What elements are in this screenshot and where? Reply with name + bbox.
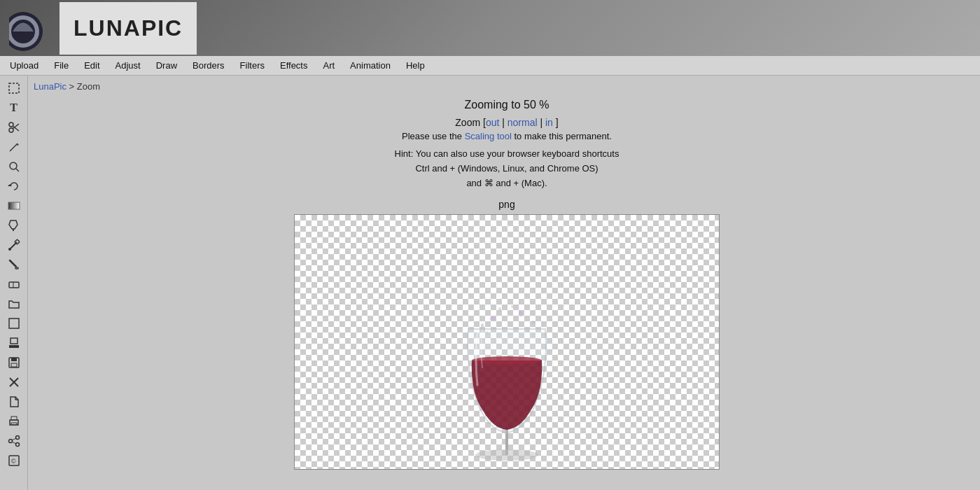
svg-point-37: [15, 443, 19, 447]
watermark-tool[interactable]: ©: [4, 452, 24, 469]
rotate-tool[interactable]: [4, 178, 24, 195]
menu-draw[interactable]: Draw: [149, 58, 184, 73]
gradient-tool[interactable]: [4, 197, 24, 214]
header: LUNAPIC: [0, 0, 980, 56]
menu-effects[interactable]: Effects: [273, 58, 315, 73]
svg-point-46: [498, 307, 501, 312]
zoom-controls: Zoom [out | normal | in ]: [455, 117, 558, 128]
scaling-tool-link[interactable]: Scaling tool: [465, 131, 512, 141]
eraser-tool[interactable]: [4, 276, 24, 293]
zoom-in-link[interactable]: in: [545, 117, 553, 128]
svg-rect-12: [8, 202, 20, 209]
svg-rect-24: [9, 345, 19, 348]
logo-icon: [7, 2, 59, 55]
menu-animation[interactable]: Animation: [343, 58, 398, 73]
svg-marker-13: [9, 220, 18, 229]
zoom-out-link[interactable]: out: [486, 117, 499, 128]
zoom-normal-link[interactable]: normal: [507, 117, 538, 128]
folder-tool[interactable]: [4, 295, 24, 312]
zoom-title: Zooming to 50 %: [465, 99, 550, 111]
scissors-tool[interactable]: [4, 119, 24, 136]
select-tool[interactable]: [4, 80, 24, 97]
share-tool[interactable]: [4, 433, 24, 449]
menu-upload[interactable]: Upload: [3, 58, 46, 73]
svg-point-35: [15, 436, 19, 440]
breadcrumb-home[interactable]: LunaPic: [34, 81, 66, 92]
svg-line-39: [12, 442, 16, 444]
breadcrumb: LunaPic > Zoom: [34, 81, 100, 92]
svg-point-43: [519, 311, 523, 316]
svg-rect-2: [9, 83, 19, 93]
svg-line-10: [16, 169, 19, 172]
logo-area: LUNAPIC: [7, 2, 197, 55]
content-area: LunaPic > Zoom Zooming to 50 % Zoom [out…: [28, 76, 980, 490]
save-tool[interactable]: [4, 354, 24, 371]
text-tool[interactable]: T: [4, 99, 24, 116]
svg-point-42: [490, 316, 496, 321]
svg-line-18: [10, 260, 16, 267]
menu-adjust[interactable]: Adjust: [108, 58, 148, 73]
scaling-hint: Please use the Scaling tool to make this…: [402, 131, 612, 141]
svg-rect-26: [11, 358, 17, 361]
print-tool[interactable]: [4, 413, 24, 430]
pencil-tool[interactable]: [4, 139, 24, 155]
image-type-label: png: [498, 199, 514, 210]
paint-bucket-tool[interactable]: [4, 217, 24, 234]
close-tool[interactable]: [4, 374, 24, 391]
svg-rect-20: [9, 282, 19, 288]
keyboard-hint: Hint: You can also use your browser keyb…: [395, 147, 620, 190]
main-layout: T: [0, 76, 980, 490]
canvas-area: [294, 214, 720, 470]
menu-art[interactable]: Art: [316, 58, 342, 73]
svg-point-45: [531, 321, 536, 323]
svg-rect-22: [9, 318, 19, 328]
eyedropper-tool[interactable]: [4, 237, 24, 253]
logo-text: LUNAPIC: [59, 2, 197, 55]
svg-point-44: [481, 323, 484, 328]
breadcrumb-current: Zoom: [77, 81, 100, 92]
menu-help[interactable]: Help: [399, 58, 432, 73]
svg-rect-34: [11, 423, 17, 425]
svg-line-38: [12, 438, 16, 440]
sidebar: T: [0, 76, 28, 490]
menu-edit[interactable]: Edit: [77, 58, 106, 73]
zoom-tool[interactable]: [4, 158, 24, 175]
menu-borders[interactable]: Borders: [186, 58, 232, 73]
wine-glass-image: [430, 252, 584, 469]
new-document-tool[interactable]: [4, 393, 24, 410]
svg-line-7: [10, 144, 18, 151]
menu-file[interactable]: File: [47, 58, 76, 73]
svg-rect-27: [11, 363, 17, 367]
center-panel: Zooming to 50 % Zoom [out | normal | in …: [34, 99, 980, 470]
svg-point-47: [511, 305, 514, 308]
svg-point-36: [8, 440, 12, 443]
clear-tool[interactable]: [4, 315, 24, 332]
menubar: Upload File Edit Adjust Draw Borders Fil…: [0, 56, 980, 76]
menu-filters[interactable]: Filters: [233, 58, 272, 73]
brush-tool[interactable]: [4, 256, 24, 273]
svg-point-9: [10, 162, 17, 169]
stamp-tool[interactable]: [4, 335, 24, 351]
svg-rect-23: [10, 338, 18, 344]
svg-point-19: [15, 267, 19, 270]
svg-point-16: [8, 248, 11, 251]
svg-point-51: [475, 449, 538, 461]
svg-text:©: ©: [11, 458, 16, 465]
